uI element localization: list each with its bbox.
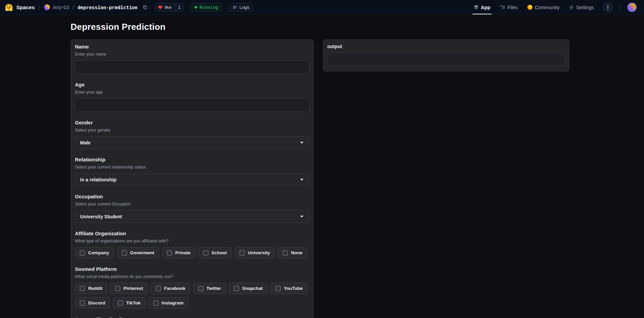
huggingface-logo-icon[interactable]: 🤗 [5, 4, 13, 11]
checkbox-icon[interactable] [80, 300, 85, 306]
checkbox-option-label: YouTube [284, 286, 303, 291]
checkbox-icon[interactable] [203, 250, 209, 256]
checkbox-option-university[interactable]: University [235, 247, 275, 258]
more-options-button[interactable] [603, 3, 612, 12]
occupation-dropdown[interactable]: University Student [75, 210, 309, 223]
tab-community[interactable]: Community [527, 0, 560, 15]
field-hint: Select your current relationship status [75, 165, 309, 170]
checkbox-option-goverment[interactable]: Goverment [117, 247, 159, 258]
status-label: Running [199, 5, 218, 10]
checkbox-option-label: Facebook [164, 286, 186, 291]
field-sosmed-platform: Sosmed Platform What social media platfo… [75, 266, 309, 309]
checkbox-icon[interactable] [122, 250, 127, 256]
checkbox-option-youtube[interactable]: YouTube [271, 283, 308, 294]
checkbox-icon[interactable] [80, 286, 85, 291]
checkbox-icon[interactable] [80, 250, 85, 256]
field-label: Gender [75, 120, 309, 125]
checkbox-option-snapchat[interactable]: Snapchat [229, 283, 268, 294]
owner-link[interactable]: Artz-03 [53, 4, 69, 10]
tab-settings[interactable]: Settings [569, 0, 594, 15]
checkbox-icon[interactable] [156, 286, 161, 291]
checkbox-icon[interactable] [198, 286, 203, 291]
checkbox-option-label: Snapchat [242, 286, 263, 291]
community-icon [527, 5, 532, 10]
file-tree-icon [500, 5, 505, 9]
user-avatar[interactable] [627, 3, 637, 12]
tab-app[interactable]: App [474, 0, 490, 15]
chevron-down-icon [300, 179, 304, 181]
checkbox-option-label: Company [88, 250, 109, 255]
content-columns: Name Enter your name Age Enter your age … [71, 39, 569, 318]
checkbox-option-facebook[interactable]: Facebook [151, 283, 190, 294]
like-count[interactable]: 1 [175, 3, 184, 11]
spaces-brand-link[interactable]: Spaces [16, 4, 35, 11]
checkbox-option-label: None [291, 250, 303, 255]
field-age: Age Enter your age [75, 82, 309, 112]
repo-name-link[interactable]: depression-prediction [77, 5, 137, 10]
gender-dropdown[interactable]: Male [75, 136, 309, 149]
tab-files-label: Files [507, 5, 518, 10]
checkbox-option-instagram[interactable]: Instagram [149, 297, 189, 309]
output-textbox[interactable] [327, 53, 565, 65]
field-occupation: Occupation Select your current Occuption… [75, 194, 309, 223]
field-average-time: Average Time Per Day What is the average… [75, 316, 309, 318]
checkbox-option-label: Reddit [88, 286, 102, 291]
checkbox-icon[interactable] [153, 300, 159, 306]
tab-settings-label: Settings [576, 5, 594, 10]
checkbox-option-discord[interactable]: Discord [75, 297, 110, 309]
checkbox-icon[interactable] [275, 286, 281, 291]
age-input[interactable] [75, 98, 309, 112]
field-affiliate-organization: Affiliate Organization What type of orga… [75, 231, 309, 258]
field-hint: What social media platforms do you commo… [75, 274, 309, 279]
path-separator: / [73, 4, 74, 10]
checkbox-option-label: Private [175, 250, 191, 255]
topbar-right: App Files Community Settings | [474, 0, 637, 15]
relationship-dropdown-value: in a relationship [80, 177, 116, 182]
checkbox-icon[interactable] [234, 286, 239, 291]
field-hint: Select your gender [75, 128, 309, 133]
tab-app-label: App [481, 5, 490, 10]
like-button[interactable]: like 1 [155, 3, 184, 12]
checkbox-icon[interactable] [167, 250, 172, 256]
tab-files[interactable]: Files [500, 0, 518, 15]
checkbox-option-reddit[interactable]: Reddit [75, 283, 107, 294]
copy-icon[interactable] [143, 5, 147, 9]
checkbox-option-label: Twitter [207, 286, 221, 291]
checkbox-option-label: School [212, 250, 227, 255]
field-relationship: Relationship Select your current relatio… [75, 157, 309, 186]
logs-icon [233, 5, 237, 9]
checkbox-option-label: Goverment [130, 250, 154, 255]
checkbox-option-label: Instagram [162, 300, 184, 305]
logs-button[interactable]: Logs [229, 3, 253, 12]
output-label: output [327, 44, 565, 49]
checkbox-option-company[interactable]: Company [75, 247, 114, 258]
name-input[interactable] [75, 60, 309, 74]
checkbox-icon[interactable] [239, 250, 245, 256]
like-label: like [164, 5, 171, 10]
affiliate-checkbox-group: CompanyGovermentPrivateSchoolUniversityN… [75, 247, 309, 258]
page-title: Depression Prediction [71, 22, 644, 32]
app-main: Depression Prediction Name Enter your na… [0, 15, 644, 318]
checkbox-option-private[interactable]: Private [162, 247, 195, 258]
field-label: Name [75, 44, 309, 49]
running-status-badge[interactable]: Running [191, 3, 222, 12]
checkbox-icon[interactable] [118, 300, 123, 306]
field-label: Relationship [75, 157, 309, 162]
checkbox-option-twitter[interactable]: Twitter [193, 283, 226, 294]
checkbox-icon[interactable] [115, 286, 120, 291]
checkbox-option-none[interactable]: None [278, 247, 307, 258]
checkbox-option-school[interactable]: School [198, 247, 232, 258]
field-label: Average Time Per Day [75, 316, 309, 318]
checkbox-icon[interactable] [282, 250, 288, 256]
logs-label: Logs [239, 5, 249, 10]
field-label: Sosmed Platform [75, 266, 309, 272]
checkbox-option-tiktok[interactable]: TikTok [113, 297, 145, 309]
owner-avatar[interactable] [44, 4, 50, 10]
field-name: Name Enter your name [75, 44, 309, 74]
divider: | [39, 5, 40, 10]
checkbox-option-pinterest[interactable]: Pinterest [110, 283, 148, 294]
field-hint: What type of organizations are you affil… [75, 239, 309, 244]
checkbox-option-label: Pinterest [123, 286, 143, 291]
field-hint: Enter your name [75, 52, 309, 57]
relationship-dropdown[interactable]: in a relationship [75, 173, 309, 186]
